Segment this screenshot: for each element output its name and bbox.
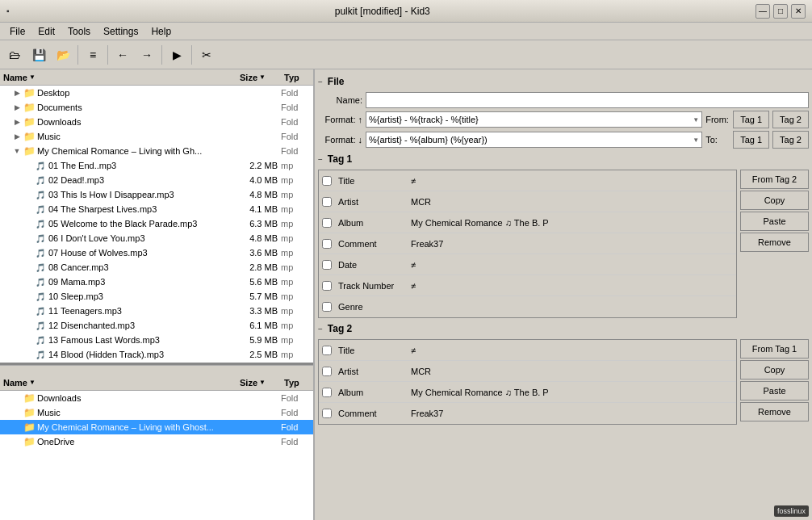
tree-item-track15[interactable]: 🎵 15 The Five of Us Are Dying (Roug.... … [0, 362, 313, 363]
expander-downloads[interactable]: ▶ [11, 118, 23, 126]
tree-item-track11[interactable]: 🎵 11 Teenagers.mp3 3.3 MB mp [0, 304, 313, 318]
tag1-field-value-4[interactable]: ≠ [408, 260, 736, 270]
tag1-field-value-0[interactable]: ≠ [408, 176, 736, 186]
tag2-check-3[interactable] [319, 409, 335, 418]
icon-track14: 🎵 [34, 350, 47, 359]
play-btn[interactable]: ▶ [165, 44, 188, 66]
tree-item-track09[interactable]: 🎵 09 Mama.mp3 5.6 MB mp [0, 275, 313, 289]
icon-track02: 🎵 [34, 176, 47, 185]
bottom-tree-item-b-onedrive[interactable]: 📁 OneDrive Fold [0, 434, 313, 449]
tree-item-track05[interactable]: 🎵 05 Welcome to the Black Parade.mp3 6.3… [0, 216, 313, 231]
tree-item-track01[interactable]: 🎵 01 The End..mp3 2.2 MB mp [0, 158, 313, 173]
tag2-check-1[interactable] [319, 367, 335, 376]
tree-item-track07[interactable]: 🎵 07 House of Wolves.mp3 3.6 MB mp [0, 245, 313, 260]
tag2-field-value-1[interactable]: MCR [408, 367, 736, 376]
open-folder-btn[interactable]: 🗁 [3, 44, 26, 66]
tree-item-my-chemical-romance[interactable]: ▼ 📁 My Chemical Romance – Living with Gh… [0, 144, 313, 158]
file-section-toggle[interactable]: − [318, 78, 323, 86]
tag1-field-value-3[interactable]: Freak37 [408, 239, 736, 249]
format-down-tag1-btn[interactable]: Tag 1 [733, 131, 769, 149]
tag2-section-toggle[interactable]: − [318, 325, 323, 333]
tag2-remove-btn[interactable]: Remove [740, 402, 809, 421]
tree-item-track04[interactable]: 🎵 04 The Sharpest Lives.mp3 4.1 MB mp [0, 202, 313, 216]
menu-file[interactable]: File [3, 24, 31, 39]
expander-music[interactable]: ▶ [11, 132, 23, 140]
open-file-btn[interactable]: 📂 [52, 44, 74, 66]
tag2-check-0[interactable] [319, 346, 335, 355]
settings-btn[interactable]: ✂ [195, 44, 218, 66]
format-up-tag1-btn[interactable]: Tag 1 [733, 111, 769, 128]
tag1-check-4[interactable] [319, 260, 335, 270]
tag1-section-toggle[interactable]: − [318, 155, 323, 164]
tree-item-desktop[interactable]: ▶ 📁 Desktop Fold [0, 86, 313, 100]
tree-item-track14[interactable]: 🎵 14 Blood (Hidden Track).mp3 2.5 MB mp [0, 347, 313, 362]
format-down-tag2-btn[interactable]: Tag 2 [772, 131, 809, 149]
tree-item-track02[interactable]: 🎵 02 Dead!.mp3 4.0 MB mp [0, 173, 313, 187]
tree-item-track10[interactable]: 🎵 10 Sleep.mp3 5.7 MB mp [0, 289, 313, 304]
tree-item-downloads[interactable]: ▶ 📁 Downloads Fold [0, 115, 313, 129]
header-name-top[interactable]: Name ▼ [0, 73, 236, 82]
from-label: From: [705, 115, 730, 124]
tag2-field-value-3[interactable]: Freak37 [408, 409, 736, 418]
menu-tools[interactable]: Tools [61, 24, 97, 39]
format-up-tag2-btn[interactable]: Tag 2 [772, 111, 809, 128]
tag2-copy-btn[interactable]: Copy [740, 360, 809, 380]
expander-my-chemical-romance[interactable]: ▼ [11, 147, 23, 155]
tag1-field-value-1[interactable]: MCR [408, 197, 736, 207]
tree-item-track12[interactable]: 🎵 12 Disenchanted.mp3 6.1 MB mp [0, 318, 313, 333]
menu-help[interactable]: Help [144, 24, 178, 39]
maximize-button[interactable]: □ [773, 4, 788, 19]
tag1-row-5: Track Number ≠ [319, 275, 736, 296]
tag1-check-5[interactable] [319, 281, 335, 291]
format-down-combo[interactable]: %{artist} - %{album} (%{year}) ▼ [366, 132, 702, 148]
expander-documents[interactable]: ▶ [11, 103, 23, 111]
tag1-check-3[interactable] [319, 239, 335, 249]
format-up-combo[interactable]: %{artist} - %{track} - %{title} ▼ [366, 111, 702, 128]
tag2-from-tag1-btn[interactable]: From Tag 1 [740, 339, 809, 359]
type-b-b-music: Fold [281, 408, 313, 417]
tag1-copy-btn[interactable]: Copy [740, 191, 809, 210]
top-tree-scroll[interactable]: ▶ 📁 Desktop Fold ▶ 📁 Documents Fold ▶ 📁 … [0, 86, 313, 363]
tag1-remove-btn[interactable]: Remove [740, 233, 809, 252]
header-type-bottom[interactable]: Typ [281, 378, 313, 388]
tree-item-music[interactable]: ▶ 📁 Music Fold [0, 129, 313, 144]
tree-item-track08[interactable]: 🎵 08 Cancer.mp3 2.8 MB mp [0, 260, 313, 275]
menu-settings[interactable]: Settings [97, 24, 144, 39]
menu-edit[interactable]: Edit [31, 24, 61, 39]
bottom-tree-item-b-mcr[interactable]: 📁 My Chemical Romance – Living with Ghos… [0, 420, 313, 434]
save-btn[interactable]: 💾 [27, 44, 50, 66]
size-track02: 4.0 MB [236, 175, 281, 185]
tag1-check-0[interactable] [319, 176, 335, 186]
tag2-field-name-0: Title [335, 346, 408, 355]
tag2-paste-btn[interactable]: Paste [740, 381, 809, 400]
tag1-check-2[interactable] [319, 218, 335, 228]
list-btn[interactable]: ≡ [82, 44, 104, 66]
bottom-tree-scroll[interactable]: 📁 Downloads Fold 📁 Music Fold 📁 My Chemi… [0, 391, 313, 520]
tag1-field-value-2[interactable]: My Chemical Romance ♫ The B. P [408, 218, 736, 228]
tag2-check-2[interactable] [319, 388, 335, 397]
header-type-top[interactable]: Typ [281, 73, 313, 82]
tree-item-track13[interactable]: 🎵 13 Famous Last Words.mp3 5.9 MB mp [0, 333, 313, 347]
header-size-bottom[interactable]: Size ▼ [236, 378, 281, 388]
tag1-field-value-5[interactable]: ≠ [408, 281, 736, 291]
name-input[interactable] [366, 92, 809, 108]
forward-btn[interactable]: → [136, 44, 158, 66]
minimize-button[interactable]: — [755, 4, 770, 19]
close-button[interactable]: ✕ [791, 4, 806, 19]
tag1-from-tag2-btn[interactable]: From Tag 2 [740, 170, 809, 189]
header-name-bottom[interactable]: Name ▼ [0, 378, 236, 388]
back-btn[interactable]: ← [111, 44, 134, 66]
tree-item-track03[interactable]: 🎵 03 This Is How I Disappear.mp3 4.8 MB … [0, 187, 313, 202]
bottom-tree-item-b-music[interactable]: 📁 Music Fold [0, 405, 313, 420]
bottom-tree-item-b-downloads[interactable]: 📁 Downloads Fold [0, 391, 313, 405]
header-size-top[interactable]: Size ▼ [236, 73, 281, 82]
tag2-field-value-2[interactable]: My Chemical Romance ♫ The B. P [408, 388, 736, 397]
tag1-paste-btn[interactable]: Paste [740, 212, 809, 231]
top-tree-hscroll[interactable] [0, 365, 313, 375]
tree-item-track06[interactable]: 🎵 06 I Don't Love You.mp3 4.8 MB mp [0, 231, 313, 245]
tree-item-documents[interactable]: ▶ 📁 Documents Fold [0, 100, 313, 115]
expander-desktop[interactable]: ▶ [11, 89, 23, 97]
tag1-check-6[interactable] [319, 302, 335, 312]
tag2-field-value-0[interactable]: ≠ [408, 346, 736, 355]
tag1-check-1[interactable] [319, 197, 335, 207]
